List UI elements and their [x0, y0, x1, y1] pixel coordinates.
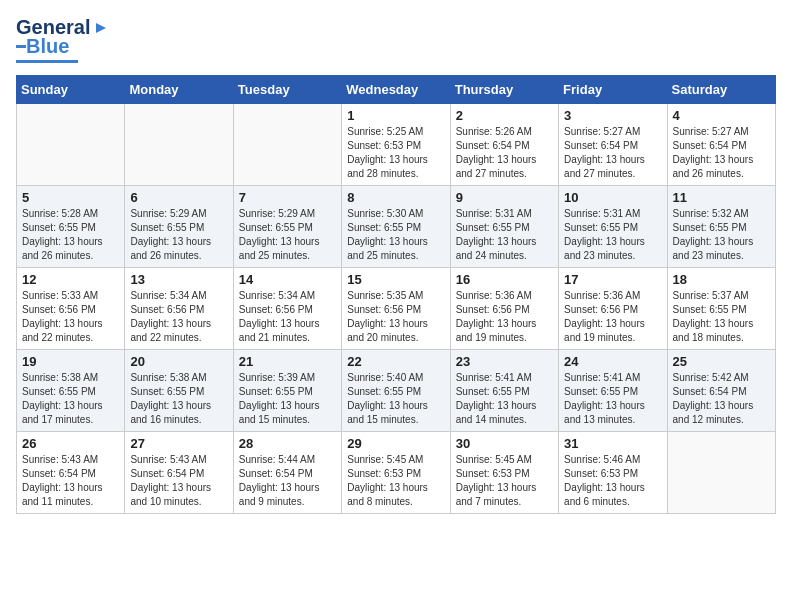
- day-info: Sunrise: 5:33 AM Sunset: 6:56 PM Dayligh…: [22, 289, 119, 345]
- day-number: 10: [564, 190, 661, 205]
- day-info: Sunrise: 5:42 AM Sunset: 6:54 PM Dayligh…: [673, 371, 770, 427]
- day-number: 8: [347, 190, 444, 205]
- day-number: 22: [347, 354, 444, 369]
- day-number: 29: [347, 436, 444, 451]
- logo-underline: [16, 60, 78, 63]
- day-info: Sunrise: 5:31 AM Sunset: 6:55 PM Dayligh…: [456, 207, 553, 263]
- day-number: 26: [22, 436, 119, 451]
- day-info: Sunrise: 5:46 AM Sunset: 6:53 PM Dayligh…: [564, 453, 661, 509]
- day-number: 5: [22, 190, 119, 205]
- day-info: Sunrise: 5:45 AM Sunset: 6:53 PM Dayligh…: [456, 453, 553, 509]
- day-number: 12: [22, 272, 119, 287]
- calendar-day-header: Sunday: [17, 76, 125, 104]
- day-number: 31: [564, 436, 661, 451]
- day-number: 27: [130, 436, 227, 451]
- calendar-cell: 9Sunrise: 5:31 AM Sunset: 6:55 PM Daylig…: [450, 186, 558, 268]
- logo: General Blue: [16, 16, 110, 63]
- calendar-cell: 15Sunrise: 5:35 AM Sunset: 6:56 PM Dayli…: [342, 268, 450, 350]
- calendar-week-row: 1Sunrise: 5:25 AM Sunset: 6:53 PM Daylig…: [17, 104, 776, 186]
- day-info: Sunrise: 5:32 AM Sunset: 6:55 PM Dayligh…: [673, 207, 770, 263]
- day-info: Sunrise: 5:29 AM Sunset: 6:55 PM Dayligh…: [239, 207, 336, 263]
- calendar-day-header: Thursday: [450, 76, 558, 104]
- day-info: Sunrise: 5:39 AM Sunset: 6:55 PM Dayligh…: [239, 371, 336, 427]
- day-info: Sunrise: 5:28 AM Sunset: 6:55 PM Dayligh…: [22, 207, 119, 263]
- day-info: Sunrise: 5:41 AM Sunset: 6:55 PM Dayligh…: [564, 371, 661, 427]
- day-number: 13: [130, 272, 227, 287]
- logo-blue: Blue: [26, 35, 69, 58]
- day-info: Sunrise: 5:45 AM Sunset: 6:53 PM Dayligh…: [347, 453, 444, 509]
- day-info: Sunrise: 5:25 AM Sunset: 6:53 PM Dayligh…: [347, 125, 444, 181]
- day-number: 15: [347, 272, 444, 287]
- day-number: 25: [673, 354, 770, 369]
- calendar-cell: 14Sunrise: 5:34 AM Sunset: 6:56 PM Dayli…: [233, 268, 341, 350]
- calendar-cell: 18Sunrise: 5:37 AM Sunset: 6:55 PM Dayli…: [667, 268, 775, 350]
- day-info: Sunrise: 5:27 AM Sunset: 6:54 PM Dayligh…: [673, 125, 770, 181]
- day-info: Sunrise: 5:29 AM Sunset: 6:55 PM Dayligh…: [130, 207, 227, 263]
- calendar-cell: [17, 104, 125, 186]
- calendar-cell: 4Sunrise: 5:27 AM Sunset: 6:54 PM Daylig…: [667, 104, 775, 186]
- day-number: 21: [239, 354, 336, 369]
- day-number: 23: [456, 354, 553, 369]
- day-info: Sunrise: 5:36 AM Sunset: 6:56 PM Dayligh…: [564, 289, 661, 345]
- calendar-day-header: Monday: [125, 76, 233, 104]
- calendar-week-row: 26Sunrise: 5:43 AM Sunset: 6:54 PM Dayli…: [17, 432, 776, 514]
- day-info: Sunrise: 5:40 AM Sunset: 6:55 PM Dayligh…: [347, 371, 444, 427]
- calendar-day-header: Tuesday: [233, 76, 341, 104]
- page-header: General Blue: [16, 16, 776, 63]
- calendar-cell: [667, 432, 775, 514]
- calendar-table: SundayMondayTuesdayWednesdayThursdayFrid…: [16, 75, 776, 514]
- calendar-cell: 26Sunrise: 5:43 AM Sunset: 6:54 PM Dayli…: [17, 432, 125, 514]
- day-number: 18: [673, 272, 770, 287]
- day-info: Sunrise: 5:35 AM Sunset: 6:56 PM Dayligh…: [347, 289, 444, 345]
- day-info: Sunrise: 5:37 AM Sunset: 6:55 PM Dayligh…: [673, 289, 770, 345]
- calendar-cell: 22Sunrise: 5:40 AM Sunset: 6:55 PM Dayli…: [342, 350, 450, 432]
- calendar-cell: [125, 104, 233, 186]
- calendar-cell: 27Sunrise: 5:43 AM Sunset: 6:54 PM Dayli…: [125, 432, 233, 514]
- day-number: 11: [673, 190, 770, 205]
- day-info: Sunrise: 5:36 AM Sunset: 6:56 PM Dayligh…: [456, 289, 553, 345]
- day-number: 6: [130, 190, 227, 205]
- calendar-cell: 25Sunrise: 5:42 AM Sunset: 6:54 PM Dayli…: [667, 350, 775, 432]
- day-number: 28: [239, 436, 336, 451]
- calendar-week-row: 19Sunrise: 5:38 AM Sunset: 6:55 PM Dayli…: [17, 350, 776, 432]
- day-number: 24: [564, 354, 661, 369]
- calendar-cell: 17Sunrise: 5:36 AM Sunset: 6:56 PM Dayli…: [559, 268, 667, 350]
- day-number: 1: [347, 108, 444, 123]
- day-number: 2: [456, 108, 553, 123]
- calendar-day-header: Friday: [559, 76, 667, 104]
- calendar-cell: 30Sunrise: 5:45 AM Sunset: 6:53 PM Dayli…: [450, 432, 558, 514]
- day-info: Sunrise: 5:31 AM Sunset: 6:55 PM Dayligh…: [564, 207, 661, 263]
- day-info: Sunrise: 5:26 AM Sunset: 6:54 PM Dayligh…: [456, 125, 553, 181]
- day-number: 7: [239, 190, 336, 205]
- day-info: Sunrise: 5:43 AM Sunset: 6:54 PM Dayligh…: [130, 453, 227, 509]
- calendar-cell: 16Sunrise: 5:36 AM Sunset: 6:56 PM Dayli…: [450, 268, 558, 350]
- day-info: Sunrise: 5:38 AM Sunset: 6:55 PM Dayligh…: [130, 371, 227, 427]
- calendar-cell: 20Sunrise: 5:38 AM Sunset: 6:55 PM Dayli…: [125, 350, 233, 432]
- calendar-cell: 24Sunrise: 5:41 AM Sunset: 6:55 PM Dayli…: [559, 350, 667, 432]
- calendar-cell: 29Sunrise: 5:45 AM Sunset: 6:53 PM Dayli…: [342, 432, 450, 514]
- day-info: Sunrise: 5:34 AM Sunset: 6:56 PM Dayligh…: [130, 289, 227, 345]
- calendar-cell: [233, 104, 341, 186]
- calendar-day-header: Wednesday: [342, 76, 450, 104]
- calendar-cell: 11Sunrise: 5:32 AM Sunset: 6:55 PM Dayli…: [667, 186, 775, 268]
- day-number: 16: [456, 272, 553, 287]
- day-number: 30: [456, 436, 553, 451]
- day-info: Sunrise: 5:38 AM Sunset: 6:55 PM Dayligh…: [22, 371, 119, 427]
- calendar-cell: 12Sunrise: 5:33 AM Sunset: 6:56 PM Dayli…: [17, 268, 125, 350]
- calendar-cell: 7Sunrise: 5:29 AM Sunset: 6:55 PM Daylig…: [233, 186, 341, 268]
- calendar-cell: 1Sunrise: 5:25 AM Sunset: 6:53 PM Daylig…: [342, 104, 450, 186]
- svg-marker-0: [96, 23, 106, 33]
- day-info: Sunrise: 5:27 AM Sunset: 6:54 PM Dayligh…: [564, 125, 661, 181]
- logo-triangle-icon: [92, 19, 110, 37]
- calendar-cell: 28Sunrise: 5:44 AM Sunset: 6:54 PM Dayli…: [233, 432, 341, 514]
- calendar-day-header: Saturday: [667, 76, 775, 104]
- calendar-cell: 19Sunrise: 5:38 AM Sunset: 6:55 PM Dayli…: [17, 350, 125, 432]
- calendar-header-row: SundayMondayTuesdayWednesdayThursdayFrid…: [17, 76, 776, 104]
- day-info: Sunrise: 5:43 AM Sunset: 6:54 PM Dayligh…: [22, 453, 119, 509]
- calendar-cell: 5Sunrise: 5:28 AM Sunset: 6:55 PM Daylig…: [17, 186, 125, 268]
- day-number: 17: [564, 272, 661, 287]
- calendar-cell: 21Sunrise: 5:39 AM Sunset: 6:55 PM Dayli…: [233, 350, 341, 432]
- calendar-cell: 2Sunrise: 5:26 AM Sunset: 6:54 PM Daylig…: [450, 104, 558, 186]
- calendar-cell: 23Sunrise: 5:41 AM Sunset: 6:55 PM Dayli…: [450, 350, 558, 432]
- calendar-cell: 31Sunrise: 5:46 AM Sunset: 6:53 PM Dayli…: [559, 432, 667, 514]
